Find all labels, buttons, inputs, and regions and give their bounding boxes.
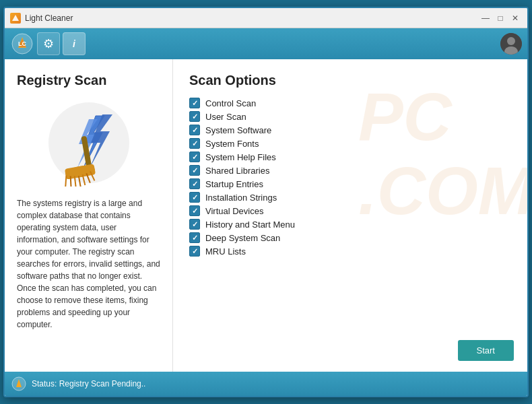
option-item-8[interactable]: Virtual Devices xyxy=(189,205,511,216)
option-item-11[interactable]: MRU Lists xyxy=(189,246,511,257)
svg-text:LC: LC xyxy=(18,40,26,47)
option-label-6: Startup Entries xyxy=(205,179,263,189)
close-button[interactable]: ✕ xyxy=(508,11,522,25)
option-label-3: System Fonts xyxy=(205,139,259,149)
svg-point-6 xyxy=(507,37,515,45)
main-content: PC .COM Registry Scan xyxy=(5,59,527,372)
status-text: Status: Registry Scan Pending.. xyxy=(32,379,145,389)
titlebar: Light Cleaner — □ ✕ xyxy=(5,8,527,28)
option-item-7[interactable]: Installation Strings xyxy=(189,192,511,203)
option-item-2[interactable]: System Software xyxy=(189,125,511,135)
gear-icon: ⚙ xyxy=(43,36,54,51)
window-title: Light Cleaner xyxy=(25,13,73,23)
option-label-9: History and Start Menu xyxy=(205,220,295,230)
option-item-3[interactable]: System Fonts xyxy=(189,138,511,149)
checkbox-9[interactable] xyxy=(189,219,200,230)
info-icon: i xyxy=(73,38,75,49)
options-list: Control ScanUser ScanSystem SoftwareSyst… xyxy=(189,98,511,257)
titlebar-controls: — □ ✕ xyxy=(479,11,522,25)
app-window: Light Cleaner — □ ✕ LC ⚙ i xyxy=(3,7,529,397)
option-label-2: System Software xyxy=(205,125,271,135)
option-label-0: Control Scan xyxy=(205,98,256,108)
option-label-11: MRU Lists xyxy=(205,246,246,257)
start-button[interactable]: Start xyxy=(458,340,514,361)
checkbox-11[interactable] xyxy=(189,246,200,257)
broom-icon xyxy=(45,99,133,187)
checkbox-8[interactable] xyxy=(189,205,200,216)
info-button[interactable]: i xyxy=(63,32,86,55)
option-label-1: User Scan xyxy=(205,112,246,122)
checkbox-3[interactable] xyxy=(189,138,200,149)
svg-marker-0 xyxy=(12,15,19,21)
minimize-button[interactable]: — xyxy=(479,11,492,25)
scan-options-title: Scan Options xyxy=(189,73,511,88)
option-label-8: Virtual Devices xyxy=(205,206,263,216)
right-panel: Scan Options Control ScanUser ScanSystem… xyxy=(173,59,527,372)
toolbar-logo-wrapper: LC xyxy=(10,32,34,56)
settings-button[interactable]: ⚙ xyxy=(37,32,60,55)
avatar xyxy=(500,33,522,55)
toolbar: LC ⚙ i xyxy=(5,28,527,59)
checkbox-6[interactable] xyxy=(189,178,200,189)
broom-icon-container xyxy=(17,99,160,187)
status-icon xyxy=(11,376,26,391)
option-label-10: Deep System Scan xyxy=(205,233,280,243)
checkbox-10[interactable] xyxy=(189,232,200,243)
option-label-4: System Help Files xyxy=(205,152,276,162)
checkbox-2[interactable] xyxy=(189,125,200,135)
option-label-5: Shared Libraries xyxy=(205,166,269,176)
left-panel-description: The systems registry is a large and comp… xyxy=(17,197,160,331)
option-item-10[interactable]: Deep System Scan xyxy=(189,232,511,243)
statusbar: Status: Registry Scan Pending.. xyxy=(5,372,527,396)
option-item-9[interactable]: History and Start Menu xyxy=(189,219,511,230)
checkbox-7[interactable] xyxy=(189,192,200,203)
toolbar-logo-icon: LC xyxy=(11,33,33,55)
left-panel: Registry Scan xyxy=(5,59,173,372)
start-btn-container: Start xyxy=(458,340,514,361)
option-item-5[interactable]: Shared Libraries xyxy=(189,165,511,176)
option-item-4[interactable]: System Help Files xyxy=(189,152,511,162)
option-item-1[interactable]: User Scan xyxy=(189,111,511,122)
left-panel-title: Registry Scan xyxy=(17,73,160,88)
titlebar-left: Light Cleaner xyxy=(10,13,73,24)
option-item-0[interactable]: Control Scan xyxy=(189,98,511,108)
option-label-7: Installation Strings xyxy=(205,193,277,203)
option-item-6[interactable]: Startup Entries xyxy=(189,178,511,189)
maximize-button[interactable]: □ xyxy=(494,11,507,25)
checkbox-1[interactable] xyxy=(189,111,200,122)
app-icon xyxy=(10,13,21,24)
checkbox-5[interactable] xyxy=(189,165,200,176)
checkbox-4[interactable] xyxy=(189,152,200,162)
checkbox-0[interactable] xyxy=(189,98,200,108)
